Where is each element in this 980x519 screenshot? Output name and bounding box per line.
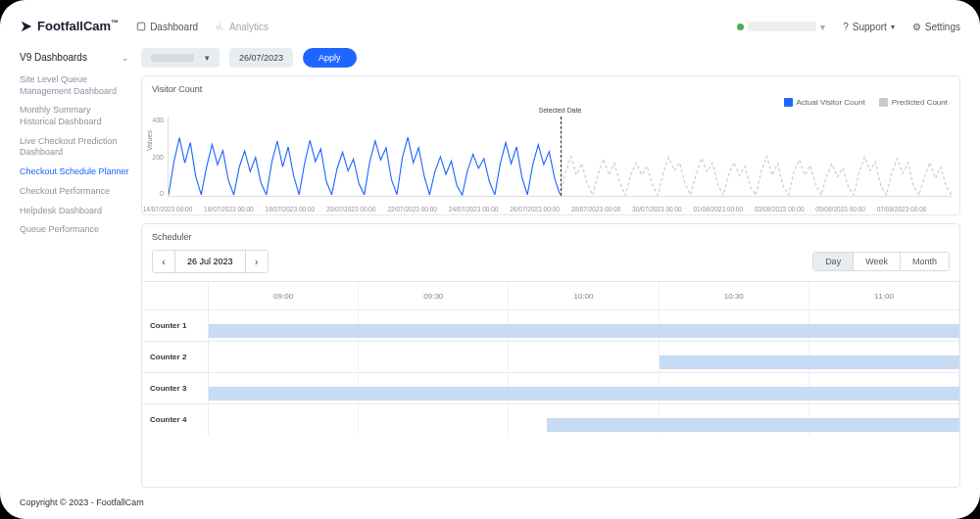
status-dot-icon (737, 24, 744, 30)
row-label: Counter 3 (142, 373, 209, 403)
next-day-button[interactable]: › (246, 251, 268, 272)
scheduler-row: Counter 1 (142, 309, 959, 341)
sidebar-item[interactable]: Monthly Summary Historical Dashboard (20, 101, 129, 131)
time-header: 10:30 (660, 282, 809, 309)
scheduler-grid: 09:0009:3010:0010:3011:00 Counter 1Count… (142, 281, 959, 435)
view-month-button[interactable]: Month (900, 253, 949, 270)
sidebar: V9 Dashboards ⌄ Site Level Queue Managem… (20, 48, 129, 488)
row-label: Counter 2 (142, 342, 209, 372)
scheduler-card: Scheduler ‹ 26 Jul 2023 › Day Week Month (141, 223, 960, 488)
chevron-down-icon: ▾ (205, 53, 210, 63)
chart-plot: Selected Date (168, 117, 952, 197)
top-bar: FootfallCam™ Dashboard Analytics ▾ ? Sup… (20, 15, 960, 38)
sidebar-item[interactable]: Helpdesk Dashboard (20, 202, 129, 221)
scheduler-row: Counter 2 (142, 341, 959, 372)
scheduler-date-nav: ‹ 26 Jul 2023 › (152, 250, 269, 273)
chart-icon (216, 22, 225, 31)
question-icon: ? (843, 22, 849, 32)
chart-title: Visitor Count (142, 76, 959, 94)
scheduler-date-display[interactable]: 26 Jul 2023 (174, 251, 246, 272)
time-header: 09:30 (359, 282, 509, 309)
nav-settings[interactable]: ⚙ Settings (912, 22, 960, 32)
chevron-down-icon: ▾ (820, 22, 825, 32)
sidebar-item[interactable]: Checkout Schedule Planner (20, 163, 129, 182)
date-picker[interactable]: 26/07/2023 (229, 48, 293, 68)
schedule-bar[interactable] (209, 324, 959, 338)
row-slots[interactable] (209, 404, 959, 435)
svg-rect-0 (137, 23, 145, 30)
chevron-down-icon: ⌄ (122, 53, 129, 63)
view-switch: Day Week Month (812, 252, 950, 271)
schedule-bar[interactable] (660, 355, 959, 369)
view-week-button[interactable]: Week (853, 253, 900, 270)
schedule-bar[interactable] (547, 418, 959, 432)
chevron-down-icon: ▾ (891, 23, 895, 31)
sidebar-header[interactable]: V9 Dashboards ⌄ (20, 48, 129, 71)
row-label: Counter 4 (142, 404, 209, 435)
copyright-footer: Copyright © 2023 - FootfallCam (20, 488, 960, 519)
entity-select[interactable]: ▾ (141, 48, 220, 68)
user-menu[interactable]: ▾ (737, 22, 825, 32)
legend-swatch-icon (879, 98, 888, 107)
legend-swatch-icon (784, 98, 793, 107)
scheduler-title: Scheduler (142, 224, 959, 242)
scheduler-row: Counter 3 (142, 372, 959, 403)
scheduler-row: Counter 4 (142, 403, 959, 435)
time-header: 11:00 (809, 282, 959, 309)
prev-day-button[interactable]: ‹ (153, 251, 174, 272)
nav-dashboard[interactable]: Dashboard (136, 22, 198, 32)
sidebar-item[interactable]: Site Level Queue Management Dashboard (20, 71, 129, 101)
schedule-bar[interactable] (209, 387, 959, 401)
filter-bar: ▾ 26/07/2023 Apply (141, 48, 960, 68)
sidebar-item[interactable]: Queue Performance (20, 220, 129, 240)
time-header: 10:00 (509, 282, 659, 309)
sidebar-item[interactable]: Live Checkout Prediction Dashboard (20, 132, 129, 163)
brand-logo: FootfallCam™ (20, 19, 119, 33)
brand-icon (20, 20, 33, 33)
nav-support[interactable]: ? Support ▾ (843, 22, 895, 32)
dashboard-icon (136, 22, 146, 31)
row-slots[interactable] (209, 373, 959, 403)
nav-analytics[interactable]: Analytics (216, 22, 269, 32)
app-window: FootfallCam™ Dashboard Analytics ▾ ? Sup… (0, 0, 980, 519)
gear-icon: ⚙ (912, 22, 921, 32)
visitor-count-card: Visitor Count Actual Visitor Count Predi… (141, 75, 960, 215)
chart-legend: Actual Visitor Count Predicted Count (142, 94, 959, 107)
row-slots[interactable] (209, 342, 959, 372)
view-day-button[interactable]: Day (813, 253, 853, 270)
sidebar-item[interactable]: Checkout Performance (20, 182, 129, 202)
row-slots[interactable] (209, 310, 959, 341)
row-label: Counter 1 (142, 310, 209, 341)
x-axis-ticks: 14/07/2023 00:0016/07/2023 00:0018/07/20… (168, 206, 952, 212)
y-axis-ticks: 4002000 (152, 117, 164, 197)
time-header: 09:00 (209, 282, 359, 309)
apply-button[interactable]: Apply (303, 48, 357, 68)
